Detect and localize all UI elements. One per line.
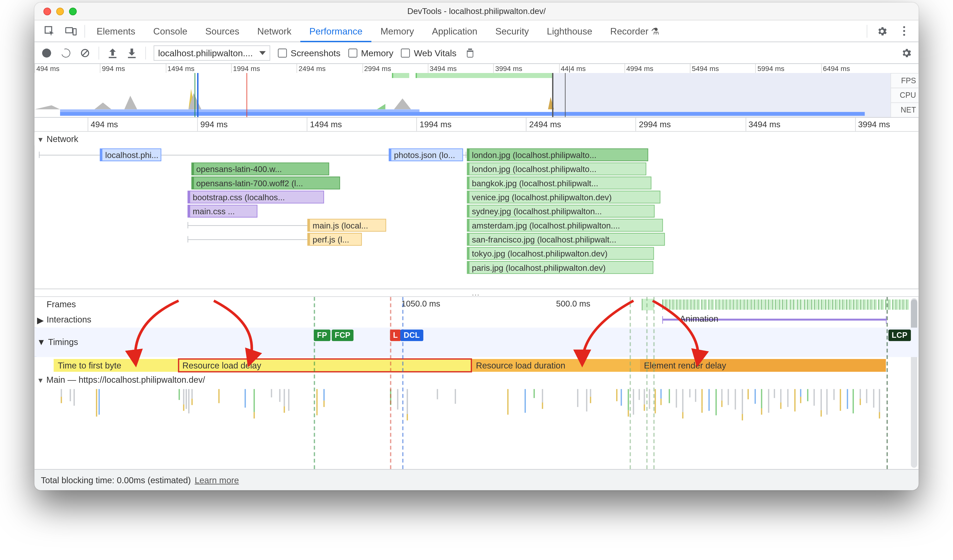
tab-sources[interactable]: Sources [196, 20, 248, 42]
timings-lane[interactable]: ▼Timings FPFCPLDCLLCP [34, 328, 919, 357]
interactions-lane[interactable]: ▶Interactions Animation [34, 312, 919, 328]
main-flamechart[interactable] [34, 389, 910, 450]
network-request[interactable]: opensans-latin-400.w... [191, 162, 329, 175]
disclosure-triangle-icon[interactable]: ▼ [37, 135, 44, 143]
ruler-tick: 3494 ms [745, 118, 780, 131]
disclosure-triangle-icon[interactable]: ▼ [37, 337, 45, 347]
disclosure-triangle-icon[interactable]: ▼ [37, 376, 44, 384]
lcp-segment[interactable]: Time to first byte [54, 359, 178, 372]
timing-marker-lcp[interactable]: LCP [888, 330, 911, 341]
network-request[interactable]: london.jpg (localhost.philipwalto... [467, 162, 646, 175]
network-waterfall[interactable]: localhost.phi...opensans-latin-400.w...o… [34, 132, 910, 288]
tab-recorder[interactable]: Recorder ⚗ [601, 20, 668, 42]
network-request[interactable]: london.jpg (localhost.philipwalto... [467, 149, 648, 161]
title-bar[interactable]: DevTools - localhost.philipwalton.dev/ [34, 3, 919, 20]
reload-record-button[interactable] [60, 47, 71, 59]
panel-tabs[interactable]: ElementsConsoleSourcesNetworkPerformance… [34, 20, 919, 42]
svg-rect-1 [66, 27, 73, 32]
svg-rect-2 [73, 28, 76, 34]
ruler-tick: 1494 ms [307, 118, 342, 131]
pane-split-handle[interactable] [34, 289, 919, 297]
animation-label: Animation [680, 314, 719, 324]
ruler-tick: 1994 ms [416, 118, 452, 131]
webvitals-checkbox[interactable]: Web Vitals [401, 48, 456, 58]
footer: Total blocking time: 0.00ms (estimated) … [34, 470, 919, 490]
ruler-tick: 3994 ms [855, 118, 890, 131]
lcp-segment[interactable]: Resource load delay [178, 359, 471, 372]
lcp-segment[interactable]: Element render delay [640, 359, 886, 372]
main-thread-lane[interactable]: ▼ Main — https://localhost.philipwalton.… [34, 374, 919, 450]
screenshots-checkbox[interactable]: Screenshots [278, 48, 340, 58]
network-request[interactable]: bootstrap.css (localhos... [188, 191, 324, 204]
upload-profile-icon[interactable] [107, 47, 118, 59]
tab-application[interactable]: Application [423, 20, 486, 42]
ruler-tick: 2994 ms [636, 118, 671, 131]
devtools-window: DevTools - localhost.philipwalton.dev/ E… [34, 3, 919, 490]
memory-checkbox[interactable]: Memory [348, 48, 393, 58]
overview-timeline[interactable]: 494 ms994 ms1494 ms1994 ms2494 ms2994 ms… [34, 64, 919, 118]
network-pane[interactable]: 494 ms994 ms1494 ms1994 ms2494 ms2994 ms… [34, 118, 919, 289]
network-request[interactable]: sydney.jpg (localhost.philipwalton... [467, 205, 655, 218]
learn-more-link[interactable]: Learn more [195, 475, 239, 485]
svg-marker-8 [94, 102, 111, 109]
tab-memory[interactable]: Memory [371, 20, 423, 42]
tab-console[interactable]: Console [144, 20, 196, 42]
network-request[interactable]: main.js (local... [307, 219, 386, 232]
profile-select-label: localhost.philipwalton.... [158, 48, 253, 58]
record-button[interactable] [41, 47, 52, 59]
lcp-breakdown-row[interactable]: Time to first byteResource load delayRes… [34, 357, 919, 374]
network-request[interactable]: main.css ... [188, 205, 258, 218]
timing-marker-fp[interactable]: FP [314, 330, 331, 341]
capture-settings-icon[interactable] [901, 47, 912, 59]
network-request[interactable]: opensans-latin-700.woff2 (l... [191, 176, 340, 189]
device-toggle-icon[interactable] [60, 20, 82, 42]
svg-line-4 [82, 50, 88, 55]
tab-elements[interactable]: Elements [88, 20, 144, 42]
tab-network[interactable]: Network [248, 20, 300, 42]
network-request[interactable]: venice.jpg (localhost.philipwalton.dev) [467, 191, 660, 204]
overview-lane-labels: FPS CPU NET [891, 73, 919, 117]
network-request[interactable]: photos.json (lo... [389, 149, 463, 161]
chevron-down-icon [259, 51, 266, 54]
svg-marker-13 [394, 99, 411, 110]
network-request[interactable]: tokyo.jpg (localhost.philipwalton.dev) [467, 247, 654, 260]
network-request[interactable]: san-francisco.jpg (localhost.philipwalt.… [467, 233, 664, 246]
settings-icon[interactable] [871, 20, 893, 42]
network-request[interactable]: bangkok.jpg (localhost.philipwalt... [467, 176, 652, 189]
ruler-tick: 494 ms [88, 118, 118, 131]
network-request[interactable]: amsterdam.jpg (localhost.philipwalton...… [467, 219, 663, 232]
network-request[interactable]: localhost.phi... [100, 149, 161, 161]
inspect-icon[interactable] [38, 20, 60, 42]
ruler-tick: 994 ms [197, 118, 228, 131]
profile-select[interactable]: localhost.philipwalton.... [154, 45, 270, 60]
svg-rect-6 [128, 57, 136, 58]
blocking-time-text: Total blocking time: 0.00ms (estimated) [41, 475, 191, 485]
window-title: DevTools - localhost.philipwalton.dev/ [34, 6, 919, 16]
network-request[interactable]: paris.jpg (localhost.philipwalton.dev) [467, 261, 653, 274]
lcp-segment[interactable]: Resource load duration [472, 359, 640, 372]
network-section-header[interactable]: ▼ Network [34, 133, 82, 145]
performance-toolbar: localhost.philipwalton.... Screenshots M… [34, 42, 919, 64]
svg-marker-7 [34, 105, 60, 109]
download-profile-icon[interactable] [126, 47, 138, 59]
flamechart-pane[interactable]: ▶Frames 1050.0 ms 500.0 ms ▶Interactions… [34, 297, 919, 470]
overview-ruler: 494 ms994 ms1494 ms1994 ms2494 ms2994 ms… [34, 64, 887, 73]
svg-rect-5 [109, 57, 116, 58]
clear-button[interactable] [79, 47, 91, 59]
tab-lighthouse[interactable]: Lighthouse [538, 20, 601, 42]
network-request[interactable]: perf.js (l... [307, 233, 362, 246]
timing-marker-fcp[interactable]: FCP [332, 330, 354, 341]
frames-lane[interactable]: ▶Frames 1050.0 ms 500.0 ms [34, 297, 919, 312]
svg-marker-9 [124, 96, 137, 110]
ruler-tick: 2494 ms [526, 118, 561, 131]
trash-icon[interactable] [464, 47, 476, 59]
svg-marker-12 [377, 104, 385, 110]
tab-performance[interactable]: Performance [300, 20, 371, 42]
disclosure-triangle-icon[interactable]: ▶ [37, 314, 44, 325]
tab-security[interactable]: Security [486, 20, 538, 42]
kebab-menu-icon[interactable] [893, 20, 915, 42]
timeline-ruler[interactable]: 494 ms994 ms1494 ms1994 ms2494 ms2994 ms… [34, 118, 919, 132]
timing-marker-l[interactable]: L [390, 330, 401, 341]
overview-body[interactable] [34, 73, 891, 117]
timing-marker-dcl[interactable]: DCL [400, 330, 423, 341]
